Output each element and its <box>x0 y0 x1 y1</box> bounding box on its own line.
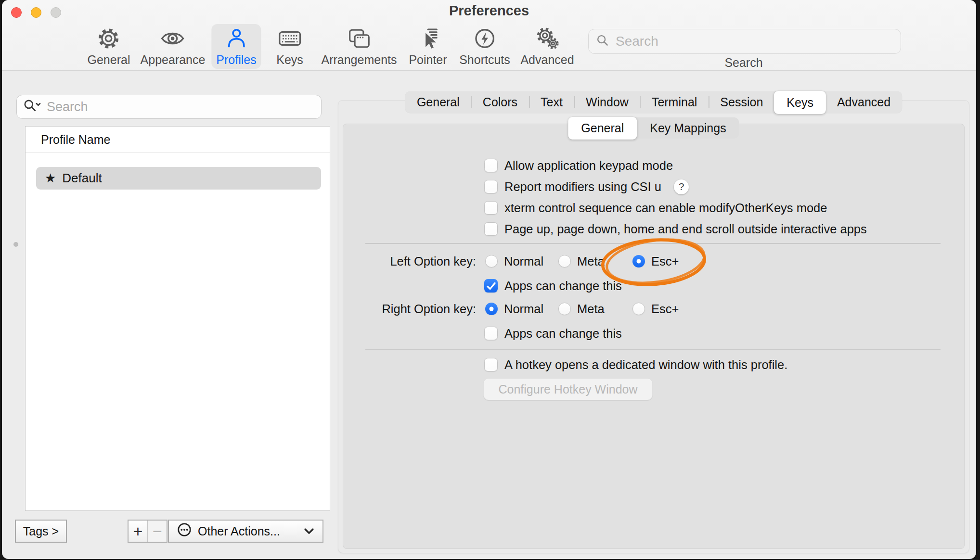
tab-session[interactable]: Session <box>709 91 774 113</box>
radio-label: Meta <box>577 255 605 268</box>
toolbar-search-label: Search <box>724 56 762 70</box>
left-option-label: Left Option key: <box>356 251 476 272</box>
tags-button[interactable]: Tags > <box>15 520 67 543</box>
plus-icon: + <box>133 522 143 541</box>
profile-row-default[interactable]: ★ Default <box>36 167 321 190</box>
right-option-label: Right Option key: <box>356 298 476 319</box>
radio-selected-icon <box>632 255 645 267</box>
toolbar-item-label: Shortcuts <box>459 53 510 67</box>
profile-search-field[interactable] <box>16 95 322 119</box>
checkbox-label: Page up, page down, home and end scroll … <box>504 222 867 236</box>
bolt-icon <box>459 25 510 52</box>
subtab-key-mappings[interactable]: Key Mappings <box>637 117 739 139</box>
toolbar-item-label: Arrangements <box>321 53 397 67</box>
checkmark-icon <box>485 280 498 293</box>
row-modify-other-keys: xterm control sequence can enable modify… <box>484 201 827 215</box>
checkbox-left-apps-change-checked[interactable] <box>484 279 498 293</box>
radio-right-esc[interactable]: Esc+ <box>632 298 679 319</box>
toolbar-item-arrangements[interactable]: Arrangements <box>316 24 401 69</box>
radio-left-normal[interactable]: Normal <box>485 251 543 272</box>
person-icon <box>216 25 256 52</box>
profile-search-input[interactable] <box>47 100 315 115</box>
radio-right-normal[interactable]: Normal <box>485 298 543 319</box>
tags-button-label: Tags > <box>23 524 59 538</box>
checkbox-label: Apps can change this <box>504 279 622 293</box>
toolbar-search-field[interactable] <box>588 29 901 54</box>
toolbar-item-label: Advanced <box>520 53 574 67</box>
configure-hotkey-label: Configure Hotkey Window <box>498 382 637 396</box>
toolbar-item-label: Appearance <box>141 53 206 67</box>
ellipsis-circle-icon <box>177 522 192 540</box>
toolbar-item-label: General <box>88 53 130 67</box>
toolbar-item-label: Pointer <box>409 53 447 67</box>
row-hotkey-window: A hotkey opens a dedicated window with t… <box>484 358 787 371</box>
radio-left-esc[interactable]: Esc+ <box>632 251 679 272</box>
checkbox-page-scroll[interactable] <box>484 222 498 236</box>
checkbox-keypad-mode[interactable] <box>484 159 498 172</box>
toolbar-item-profiles[interactable]: Profiles <box>211 24 261 69</box>
radio-icon <box>632 303 645 315</box>
checkbox-label: Allow application keypad mode <box>504 159 673 173</box>
row-keypad-mode: Allow application keypad mode <box>484 159 673 172</box>
profile-list-header: Profile Name <box>26 127 330 153</box>
gear-icon <box>88 25 130 52</box>
tab-advanced[interactable]: Advanced <box>825 91 902 113</box>
divider <box>365 243 941 244</box>
cursor-icon <box>409 25 447 52</box>
add-profile-button[interactable]: + <box>129 521 148 542</box>
radio-label: Normal <box>504 302 543 316</box>
row-left-apps-change: Apps can change this <box>484 279 622 293</box>
tab-terminal[interactable]: Terminal <box>640 91 709 113</box>
row-right-apps-change: Apps can change this <box>484 327 622 340</box>
radio-selected-icon <box>485 303 498 315</box>
checkbox-hotkey-window[interactable] <box>484 358 498 371</box>
toolbar-item-pointer[interactable]: Pointer <box>404 24 451 69</box>
left-option-row: Left Option key: Normal Meta Esc+ <box>2 251 976 272</box>
window-edge-dot <box>13 242 18 247</box>
chevron-down-icon <box>303 524 315 538</box>
radio-right-meta[interactable]: Meta <box>558 298 605 319</box>
checkbox-csi-u[interactable] <box>484 180 498 193</box>
divider <box>365 349 941 350</box>
checkbox-modify-other-keys[interactable] <box>484 201 498 215</box>
toolbar-item-appearance[interactable]: Appearance <box>136 24 210 69</box>
titlebar-toolbar: Preferences General Appearance <box>2 0 976 71</box>
subtab-general[interactable]: General <box>568 117 637 140</box>
toolbar-item-shortcuts[interactable]: Shortcuts <box>454 24 515 69</box>
tab-keys[interactable]: Keys <box>774 91 826 114</box>
radio-label: Meta <box>577 302 605 316</box>
radio-left-meta[interactable]: Meta <box>558 251 605 272</box>
keyboard-icon <box>276 25 303 52</box>
checkbox-right-apps-change[interactable] <box>484 327 498 340</box>
checkbox-label: Apps can change this <box>504 327 622 341</box>
toolbar-item-general[interactable]: General <box>83 24 135 69</box>
eye-icon <box>141 25 206 52</box>
help-button[interactable]: ? <box>674 179 689 194</box>
row-page-scroll: Page up, page down, home and end scroll … <box>484 222 867 236</box>
toolbar-search-input[interactable] <box>616 34 894 49</box>
star-icon: ★ <box>45 171 56 186</box>
radio-label: Esc+ <box>651 302 679 316</box>
gears-icon <box>520 25 574 52</box>
profile-name: Default <box>62 171 102 186</box>
question-mark-icon: ? <box>679 181 684 192</box>
toolbar-item-label: Keys <box>276 53 303 67</box>
search-menu-icon <box>23 98 42 115</box>
search-icon <box>595 33 610 50</box>
tab-colors[interactable]: Colors <box>471 91 529 113</box>
keys-subtab-bar: General Key Mappings <box>568 117 739 139</box>
other-actions-dropdown[interactable]: Other Actions... <box>168 520 323 543</box>
remove-profile-button[interactable]: − <box>148 521 167 542</box>
radio-icon <box>558 303 571 315</box>
toolbar-item-keys[interactable]: Keys <box>271 24 308 69</box>
window-title: Preferences <box>2 3 976 19</box>
minus-icon: − <box>153 522 162 541</box>
toolbar-item-label: Profiles <box>216 53 256 67</box>
tab-window[interactable]: Window <box>574 91 640 113</box>
radio-label: Esc+ <box>651 255 679 268</box>
toolbar-item-advanced[interactable]: Advanced <box>516 24 579 69</box>
tab-text[interactable]: Text <box>529 91 574 113</box>
tab-general[interactable]: General <box>405 91 471 113</box>
add-remove-group: + − <box>128 520 168 543</box>
configure-hotkey-window-button[interactable]: Configure Hotkey Window <box>483 378 653 400</box>
